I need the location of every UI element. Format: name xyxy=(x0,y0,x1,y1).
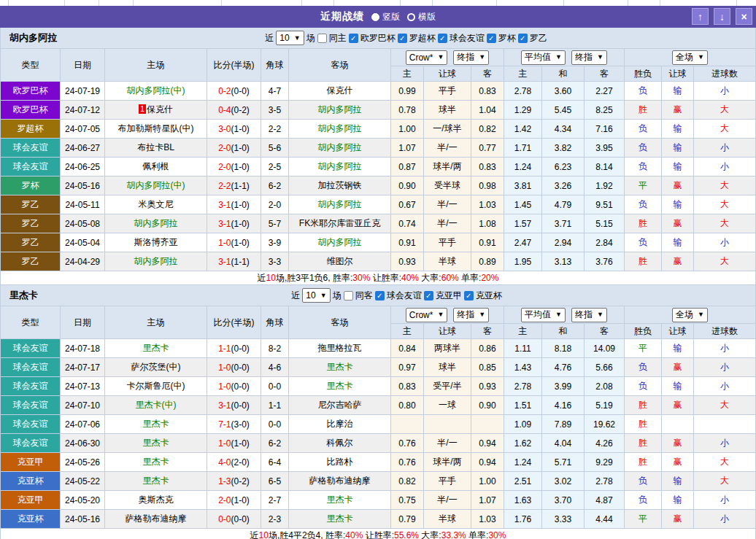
home-team[interactable]: 布加勒斯特星队(中) xyxy=(105,120,207,139)
league-filter-checkbox[interactable]: ✓ xyxy=(398,34,407,43)
home-team-name[interactable]: 里杰卡 xyxy=(143,419,169,429)
away-team-name[interactable]: 尼尔吉哈萨 xyxy=(318,400,362,410)
away-team[interactable]: 里杰卡 xyxy=(289,491,391,510)
home-team[interactable]: 奥斯杰克 xyxy=(105,491,207,510)
home-team-name[interactable]: 布拉卡BL xyxy=(137,142,174,152)
handicap-final-select[interactable]: 终指▼ xyxy=(453,308,489,322)
home-team-name[interactable]: 斯洛博齐亚 xyxy=(134,237,178,247)
home-team-name[interactable]: 胡内多阿拉 xyxy=(134,256,178,266)
scope-select[interactable]: 全场▼ xyxy=(672,50,708,65)
home-team[interactable]: 卡尔斯鲁厄(中) xyxy=(105,377,207,396)
home-team[interactable]: 萨格勒布迪纳摩 xyxy=(105,510,207,529)
away-team[interactable]: 拖里格拉瓦 xyxy=(289,339,391,358)
away-team[interactable]: 尼尔吉哈萨 xyxy=(289,396,391,415)
odds-final-select[interactable]: 终指▼ xyxy=(571,50,607,65)
home-team-name[interactable]: 胡内多阿拉(中) xyxy=(127,85,185,96)
match-count-select[interactable]: 10▼ xyxy=(276,31,304,45)
up-button[interactable]: ↑ xyxy=(692,8,709,25)
home-team[interactable]: 胡内多阿拉 xyxy=(105,214,207,233)
home-team[interactable]: 里杰卡 xyxy=(105,339,207,358)
home-team[interactable]: 胡内多阿拉 xyxy=(105,252,207,271)
away-team-name[interactable]: 比路朴 xyxy=(327,457,353,467)
away-team[interactable]: 维图尔 xyxy=(289,252,391,271)
away-team-name[interactable]: 胡内多阿拉 xyxy=(318,199,362,209)
away-team-name[interactable]: 维图尔 xyxy=(327,256,353,266)
away-team-name[interactable]: 加拉茨钢铁 xyxy=(318,180,362,190)
home-team-name[interactable]: 胡内多阿拉 xyxy=(134,218,178,228)
away-team[interactable]: 胡内多阿拉 xyxy=(289,101,391,120)
home-team[interactable]: 胡内多阿拉(中) xyxy=(105,177,207,195)
vertical-view-option[interactable]: 竖版 xyxy=(371,11,400,23)
league-filter-checkbox[interactable]: ✓ xyxy=(438,34,447,43)
away-team-name[interactable]: 科佩尔 xyxy=(327,438,353,448)
away-team-name[interactable]: 萨格勒布迪纳摩 xyxy=(309,476,371,486)
away-team-name[interactable]: 胡内多阿拉 xyxy=(318,237,362,247)
away-team-name[interactable]: 保克什 xyxy=(327,85,353,96)
league-filter-checkbox[interactable]: ✓ xyxy=(518,34,528,43)
down-button[interactable]: ↓ xyxy=(714,8,730,25)
home-team[interactable]: 佩利根 xyxy=(105,158,207,177)
home-team-name[interactable]: 萨格勒布迪纳摩 xyxy=(126,513,187,524)
away-team[interactable]: 胡内多阿拉 xyxy=(289,195,391,214)
home-team-name[interactable]: 里杰卡 xyxy=(143,438,169,448)
home-team-name[interactable]: 布加勒斯特星队(中) xyxy=(118,123,194,133)
away-team[interactable]: 比路朴 xyxy=(289,453,391,472)
average-select[interactable]: 平均值▼ xyxy=(521,308,566,322)
home-team-name[interactable]: 里杰卡 xyxy=(143,476,169,486)
away-team[interactable]: 比摩治 xyxy=(289,415,391,434)
home-team[interactable]: 米奥文尼 xyxy=(105,195,207,214)
home-team-name[interactable]: 保克什 xyxy=(147,104,173,115)
league-filter-checkbox[interactable]: ✓ xyxy=(349,34,358,43)
home-team-name[interactable]: 胡内多阿拉(中) xyxy=(127,180,185,190)
league-filter-checkbox[interactable]: ✓ xyxy=(375,291,385,300)
league-filter-checkbox[interactable]: ✓ xyxy=(424,291,433,300)
home-team-name[interactable]: 奥斯杰克 xyxy=(139,495,174,505)
away-team-name[interactable]: 胡内多阿拉 xyxy=(318,142,362,152)
home-team-name[interactable]: 卡尔斯鲁厄(中) xyxy=(127,381,185,391)
home-team[interactable]: 里杰卡(中) xyxy=(105,396,207,415)
away-team-name[interactable]: 里杰卡 xyxy=(327,362,353,372)
away-team-name[interactable]: 里杰卡 xyxy=(327,381,353,391)
away-team-name[interactable]: FK米耶尔库雷亚丘克 xyxy=(299,218,380,228)
away-team-name[interactable]: 胡内多阿拉 xyxy=(318,161,362,171)
bookmaker-select[interactable]: Crow*▼ xyxy=(406,50,448,65)
home-team[interactable]: 里杰卡 xyxy=(105,415,207,434)
average-select[interactable]: 平均值▼ xyxy=(521,50,566,65)
home-team-name[interactable]: 里杰卡 xyxy=(143,457,169,467)
league-filter-checkbox[interactable]: ✓ xyxy=(464,291,474,300)
away-team[interactable]: 里杰卡 xyxy=(289,510,391,529)
away-team[interactable]: 胡内多阿拉 xyxy=(289,120,391,139)
away-team-name[interactable]: 胡内多阿拉 xyxy=(318,123,362,133)
away-team-name[interactable]: 里杰卡 xyxy=(327,513,353,524)
away-team[interactable]: 加拉茨钢铁 xyxy=(289,177,391,195)
away-team-name[interactable]: 拖里格拉瓦 xyxy=(318,343,362,353)
league-filter-checkbox[interactable]: ✓ xyxy=(487,34,496,43)
home-team[interactable]: 布拉卡BL xyxy=(105,139,207,158)
away-team[interactable]: 胡内多阿拉 xyxy=(289,158,391,177)
away-team[interactable]: 萨格勒布迪纳摩 xyxy=(289,472,391,491)
away-team-name[interactable]: 比摩治 xyxy=(327,419,353,429)
match-count-select[interactable]: 10▼ xyxy=(302,288,330,303)
away-team[interactable]: FK米耶尔库雷亚丘克 xyxy=(289,214,391,233)
away-team[interactable]: 里杰卡 xyxy=(289,377,391,396)
home-team[interactable]: 1保克什 xyxy=(105,101,207,120)
same-venue-checkbox[interactable] xyxy=(344,291,353,300)
away-team-name[interactable]: 胡内多阿拉 xyxy=(318,104,362,115)
away-team[interactable]: 胡内多阿拉 xyxy=(289,139,391,158)
home-team-name[interactable]: 佩利根 xyxy=(143,161,169,171)
home-team[interactable]: 萨尔茨堡(中) xyxy=(105,358,207,377)
close-button[interactable]: × xyxy=(736,8,752,25)
odds-final-select[interactable]: 终指▼ xyxy=(571,308,607,322)
home-team-name[interactable]: 米奥文尼 xyxy=(139,199,174,209)
same-venue-checkbox[interactable] xyxy=(317,34,327,43)
home-team[interactable]: 里杰卡 xyxy=(105,453,207,472)
away-team[interactable]: 保克什 xyxy=(289,82,391,101)
home-team[interactable]: 胡内多阿拉(中) xyxy=(105,82,207,101)
home-team[interactable]: 里杰卡 xyxy=(105,472,207,491)
away-team[interactable]: 科佩尔 xyxy=(289,434,391,453)
bookmaker-select[interactable]: Crow*▼ xyxy=(406,308,448,322)
handicap-final-select[interactable]: 终指▼ xyxy=(453,50,489,65)
home-team-name[interactable]: 萨尔茨堡(中) xyxy=(131,362,181,372)
home-team-name[interactable]: 里杰卡 xyxy=(143,343,169,353)
horizontal-view-option[interactable]: 横版 xyxy=(407,11,436,23)
